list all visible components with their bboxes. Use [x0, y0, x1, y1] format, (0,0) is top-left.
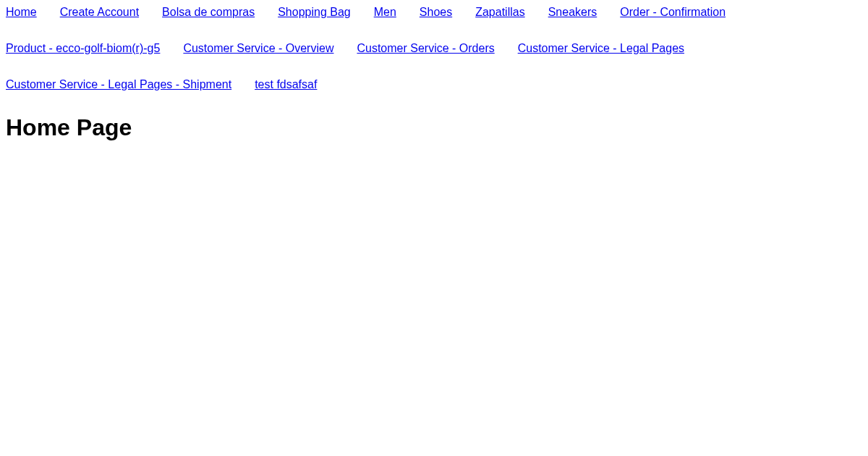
nav-link-customer-service-legal-pages-shipment[interactable]: Customer Service - Legal Pages - Shipmen…	[6, 78, 231, 91]
nav-link-create-account[interactable]: Create Account	[60, 6, 139, 19]
nav-link-order-confirmation[interactable]: Order - Confirmation	[620, 6, 726, 19]
nav-link-men[interactable]: Men	[374, 6, 396, 19]
nav-link-shoes[interactable]: Shoes	[420, 6, 452, 19]
nav-link-product-ecco-golf-biom[interactable]: Product - ecco-golf-biom(r)-g5	[6, 42, 160, 55]
nav-link-home[interactable]: Home	[6, 6, 37, 19]
page-title: Home Page	[6, 114, 862, 141]
nav-link-bolsa-de-compras[interactable]: Bolsa de compras	[162, 6, 255, 19]
main-nav: Home Create Account Bolsa de compras Sho…	[6, 6, 862, 114]
nav-link-customer-service-overview[interactable]: Customer Service - Overview	[183, 42, 333, 55]
nav-link-zapatillas[interactable]: Zapatillas	[475, 6, 524, 19]
nav-link-sneakers[interactable]: Sneakers	[548, 6, 597, 19]
nav-link-test-fdsafsaf[interactable]: test fdsafsaf	[255, 78, 317, 91]
nav-link-shopping-bag[interactable]: Shopping Bag	[278, 6, 351, 19]
nav-link-customer-service-orders[interactable]: Customer Service - Orders	[357, 42, 494, 55]
nav-link-customer-service-legal-pages[interactable]: Customer Service - Legal Pages	[518, 42, 684, 55]
